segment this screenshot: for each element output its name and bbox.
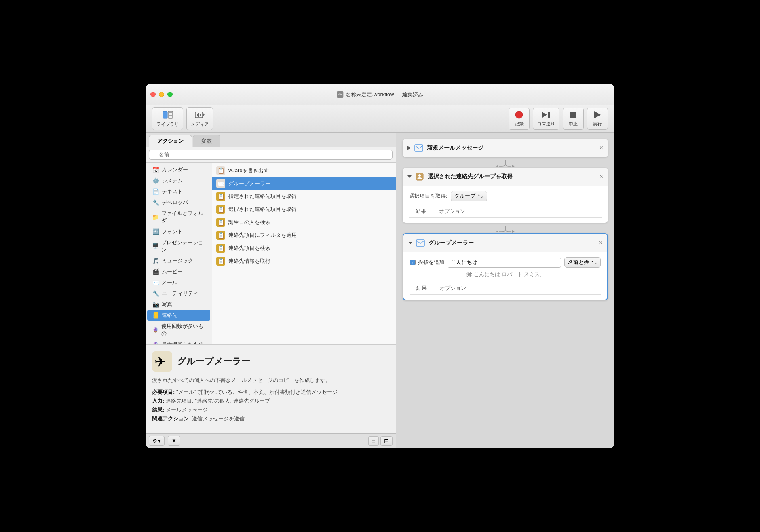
category-item-movie[interactable]: 🎬 ムービー	[147, 266, 210, 277]
card-get-contacts-close[interactable]: ×	[600, 173, 603, 180]
name-format-arrow: ⌃⌄	[591, 260, 597, 265]
card-get-contacts-header: 選択された連絡先グループを取得 ×	[403, 168, 608, 186]
run-button[interactable]: 実行	[587, 108, 608, 130]
action-label: グループメーラー	[228, 180, 270, 187]
category-item-files[interactable]: 📁 ファイルとフォルダ	[147, 208, 210, 226]
expand-button[interactable]: ▼	[168, 436, 180, 446]
text-icon: 📄	[152, 188, 159, 195]
card-new-mail-close[interactable]: ×	[600, 145, 603, 151]
minimize-button[interactable]	[159, 92, 164, 97]
output-value: メールメッセージ	[166, 407, 208, 413]
name-format-select[interactable]: 名前と姓 ⌃⌄	[564, 257, 601, 268]
category-label: ミュージック	[162, 257, 193, 264]
category-label: 連絡先	[162, 312, 177, 319]
category-item-mail[interactable]: ✉️ メール	[147, 277, 210, 288]
category-item-developer[interactable]: 🔧 デベロッパ	[147, 197, 210, 208]
input-value: 連絡先項目, "連絡先"の個人, 連絡先グループ	[166, 398, 270, 404]
card-new-mail-title: 新規メールメッセージ	[427, 144, 596, 152]
category-item-text[interactable]: 📄 テキスト	[147, 186, 210, 197]
card-group-mailer-title: グループメーラー	[429, 239, 595, 247]
action-item-get-info[interactable]: 📋 連絡先情報を取得	[212, 255, 396, 268]
action-label: 誕生日の人を検索	[228, 219, 270, 226]
category-label: テキスト	[162, 188, 183, 195]
media-label: メディア	[191, 121, 209, 127]
search-contacts-icon: 📋	[216, 244, 225, 253]
category-item-presentation[interactable]: 🖥️ プレゼンテーション	[147, 237, 210, 255]
document-icon: ✏	[337, 91, 343, 98]
greeting-checkbox[interactable]: ✓	[410, 260, 416, 265]
tab-options-gm[interactable]: オプション	[433, 283, 473, 294]
list-view-icon: ≡	[372, 438, 375, 444]
action-item-vcard[interactable]: 📋 vCardを書き出す	[212, 164, 396, 177]
toolbar-right: 記録 コマ送り 中止	[509, 108, 608, 130]
svg-marker-6	[203, 113, 205, 117]
category-label: ユーティリティ	[162, 290, 198, 297]
card-select-row: 選択項目を取得: グループ ⌃⌄	[409, 191, 602, 201]
action-item-get-specified[interactable]: 📋 指定された連絡先項目を取得	[212, 190, 396, 203]
grid-view-button[interactable]: ⊟	[380, 436, 393, 446]
category-item-frequent[interactable]: 🔮 使用回数が多いもの	[147, 321, 210, 339]
tab-result-gm[interactable]: 結果	[410, 283, 433, 294]
font-icon: 🔤	[152, 228, 159, 235]
step-button[interactable]: コマ送り	[533, 108, 559, 130]
svg-rect-13	[570, 112, 576, 118]
expand-icon: ▼	[171, 438, 177, 444]
action-item-filter[interactable]: 📋 連絡先項目にフィルタを適用	[212, 229, 396, 242]
category-label: プレゼンテーション	[161, 239, 207, 253]
list-view-button[interactable]: ≡	[368, 436, 379, 446]
developer-icon: 🔧	[152, 199, 159, 206]
tab-actions[interactable]: アクション	[149, 135, 192, 147]
traffic-lights	[150, 92, 173, 97]
stop-button[interactable]: 中止	[563, 108, 584, 130]
split-panel: 📅 カレンダー ⚙️ システム 📄 テキスト 🔧 デベロッパ	[146, 163, 396, 344]
greeting-input[interactable]	[448, 258, 561, 268]
category-item-font[interactable]: 🔤 フォント	[147, 226, 210, 237]
category-item-recent[interactable]: 🔮 最近追加したもの	[147, 339, 210, 344]
required-value: "メール"で開かれている、件名、本文、添付書類付き送信メッセージ	[176, 389, 338, 395]
record-icon	[514, 110, 524, 119]
category-item-music[interactable]: 🎵 ミュージック	[147, 255, 210, 266]
category-item-utility[interactable]: 🔧 ユーティリティ	[147, 288, 210, 299]
card-group-mailer-header: グループメーラー ×	[403, 234, 607, 252]
card-group-mailer-expand[interactable]	[408, 242, 412, 244]
category-label: 写真	[162, 301, 172, 308]
tab-result[interactable]: 結果	[409, 206, 433, 217]
description-panel: ✈ グループメーラー 渡されたすべての個人への下書きメールメッセージのコピーを作…	[146, 344, 396, 433]
presentation-icon: 🖥️	[152, 243, 159, 250]
fullscreen-button[interactable]	[167, 92, 173, 97]
card-get-contacts-tabs: 結果 オプション	[409, 205, 602, 218]
greeting-checkbox-label[interactable]: ✓ 挨拶を追加	[410, 259, 444, 266]
gear-icon: ⚙	[152, 438, 157, 444]
action-item-get-selected[interactable]: 📋 選択された連絡先項目を取得	[212, 203, 396, 216]
card-collapse-icon[interactable]	[407, 175, 412, 178]
category-item-calendar[interactable]: 📅 カレンダー	[147, 165, 210, 175]
calendar-icon: 📅	[152, 166, 159, 173]
svg-rect-17	[415, 145, 423, 151]
birthday-icon: 📋	[216, 218, 225, 227]
action-item-search[interactable]: 📋 連絡先項目を検索	[212, 242, 396, 255]
category-item-system[interactable]: ⚙️ システム	[147, 175, 210, 186]
name-format-value: 名前と姓	[568, 259, 589, 266]
card-group-mailer-close[interactable]: ×	[599, 240, 602, 246]
tab-variables[interactable]: 変数	[193, 135, 220, 147]
bottom-bar: ⚙ ▾ ▼ ≡ ⊟	[146, 433, 396, 448]
action-item-group-mailer[interactable]: ✉️ グループメーラー	[212, 177, 396, 190]
view-buttons: ≡ ⊟	[368, 436, 393, 446]
stop-label: 中止	[569, 121, 578, 127]
card-get-contacts: 選択された連絡先グループを取得 × 選択項目を取得: グループ ⌃⌄ 結果 オプ…	[403, 168, 608, 223]
run-icon	[592, 110, 603, 119]
category-item-contacts[interactable]: 📒 連絡先	[147, 310, 210, 321]
svg-point-21	[418, 174, 421, 177]
search-input[interactable]	[149, 150, 393, 160]
card-group-mailer-tabs: 結果 オプション	[410, 281, 601, 295]
close-button[interactable]	[150, 92, 156, 97]
gear-button[interactable]: ⚙ ▾	[149, 436, 165, 446]
group-select[interactable]: グループ ⌃⌄	[451, 191, 487, 201]
library-button[interactable]: ライブラリ	[152, 107, 183, 130]
category-item-photos[interactable]: 📷 写真	[147, 299, 210, 310]
card-expand-icon[interactable]	[407, 146, 411, 150]
action-item-birthday[interactable]: 📋 誕生日の人を検索	[212, 216, 396, 229]
tab-options[interactable]: オプション	[433, 206, 472, 217]
record-button[interactable]: 記録	[509, 108, 530, 130]
media-button[interactable]: メディア	[186, 107, 213, 130]
